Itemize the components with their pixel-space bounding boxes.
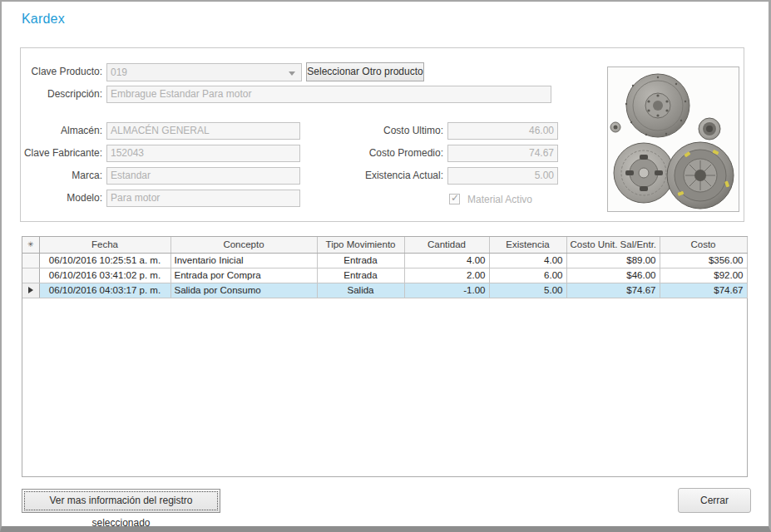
cell-costo[interactable]: $74.67 [660,283,747,298]
seleccionar-otro-producto-button[interactable]: Seleccionar Otro producto [306,62,424,81]
descripcion-label: Descripción: [21,86,102,103]
cerrar-button[interactable]: Cerrar [678,488,751,513]
cell-tipo[interactable]: Entrada [317,253,404,268]
product-image [607,66,739,212]
material-activo-row: ✓Material Activo [449,191,532,204]
cell-fecha[interactable]: 06/10/2016 04:03:17 p. m. [39,283,171,298]
costo-ultimo-field[interactable]: 46.00 [447,122,558,140]
row-selector-cell[interactable] [22,268,39,283]
cell-costo-unit[interactable]: $46.00 [566,268,660,283]
cell-costo-unit[interactable]: $74.67 [566,283,660,298]
cell-costo[interactable]: $92.00 [660,268,747,283]
row-selector-header: ✳ [22,237,39,253]
checkmark-icon: ✓ [451,192,459,204]
row-selector-cell[interactable] [22,283,39,298]
grid-row-1[interactable]: 06/10/2016 10:25:51 a. m. Inventario Ini… [22,253,747,268]
cell-fecha[interactable]: 06/10/2016 10:25:51 a. m. [39,253,171,268]
cell-concepto[interactable]: Inventario Inicial [171,253,317,268]
col-header-costo-unit[interactable]: Costo Unit. Sal/Entr. [566,237,660,253]
clave-fabricante-label: Clave Fabricante: [21,145,102,162]
col-header-cantidad[interactable]: Cantidad [404,237,489,253]
material-activo-label: Material Activo [467,194,532,205]
row-selector-cell[interactable] [22,253,39,268]
cell-existencia[interactable]: 5.00 [489,283,566,298]
cell-cantidad[interactable]: 2.00 [404,268,489,283]
marca-label: Marca: [21,167,102,185]
asterisk-icon: ✳ [27,240,34,249]
costo-promedio-label: Costo Promedio: [295,145,443,162]
cell-costo-unit[interactable]: $89.00 [566,253,660,268]
costo-ultimo-label: Costo Ultimo: [295,122,443,140]
marca-field[interactable]: Estandar [106,167,300,185]
existencia-actual-field[interactable]: 5.00 [447,167,558,185]
cell-cantidad[interactable]: 4.00 [404,253,489,268]
cell-fecha[interactable]: 06/10/2016 03:41:02 p. m. [39,268,171,283]
cell-concepto[interactable]: Salida por Consumo [171,283,317,298]
ver-mas-informacion-button[interactable]: Ver mas información del registro selecci… [22,489,220,513]
modelo-label: Modelo: [21,190,102,207]
clave-producto-value: 019 [111,66,127,78]
modelo-field[interactable]: Para motor [106,190,300,207]
grid-row-2[interactable]: 06/10/2016 03:41:02 p. m. Entrada por Co… [22,268,747,283]
chevron-down-icon [289,71,295,76]
cell-costo[interactable]: $356.00 [660,253,747,268]
cell-existencia[interactable]: 4.00 [489,253,566,268]
cell-cantidad[interactable]: -1.00 [404,283,489,298]
almacen-label: Almacén: [21,122,102,140]
product-info-groupbox: Clave Producto: 019 Seleccionar Otro pro… [20,47,744,222]
cell-tipo[interactable]: Entrada [317,268,404,283]
col-header-tipo-movimiento[interactable]: Tipo Movimiento [317,237,404,253]
material-activo-checkbox[interactable]: ✓ [449,194,460,204]
col-header-concepto[interactable]: Concepto [171,237,317,253]
clave-producto-combo[interactable]: 019 [106,63,302,81]
col-header-costo[interactable]: Costo [660,237,747,253]
cell-existencia[interactable]: 6.00 [489,268,566,283]
descripcion-field[interactable]: Embrague Estandar Para motor [106,86,551,103]
almacen-field[interactable]: ALMACÉN GENERAL [106,122,300,140]
clutch-kit-illustration [608,67,739,211]
existencia-actual-label: Existencia Actual: [295,167,443,185]
kardex-grid: ✳ Fecha Concepto Tipo Movimiento Cantida… [22,236,748,477]
grid-row-3-selected[interactable]: 06/10/2016 04:03:17 p. m. Salida por Con… [22,283,747,298]
col-header-existencia[interactable]: Existencia [489,237,566,253]
page-title: Kardex [22,12,65,27]
cell-tipo[interactable]: Salida [317,283,404,298]
costo-promedio-field[interactable]: 74.67 [447,145,558,162]
kardex-window: Kardex Clave Producto: 019 Seleccionar O… [0,0,771,532]
current-row-arrow-icon [28,287,33,293]
cell-concepto[interactable]: Entrada por Compra [171,268,317,283]
clave-fabricante-field[interactable]: 152043 [106,145,300,162]
col-header-fecha[interactable]: Fecha [39,237,171,253]
clave-producto-label: Clave Producto: [21,63,102,81]
grid-header-row: ✳ Fecha Concepto Tipo Movimiento Cantida… [22,237,747,253]
